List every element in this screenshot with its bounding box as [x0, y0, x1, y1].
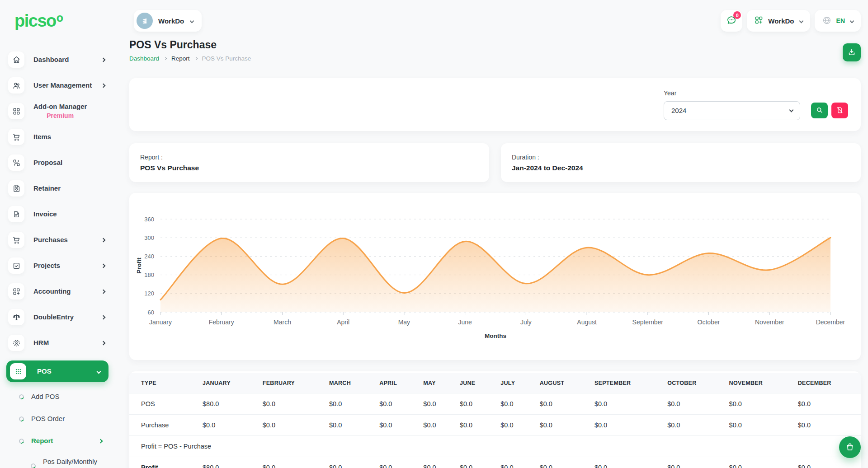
chevron-right-icon: [194, 57, 198, 60]
title-row: POS Vs Purchase Dashboard Report POS Vs …: [129, 39, 861, 62]
table-header-cell: TYPE: [129, 373, 197, 393]
search-button[interactable]: [811, 103, 828, 118]
svg-text:February: February: [209, 318, 234, 326]
workspace-avatar: [137, 13, 153, 29]
sidebar-item-pos[interactable]: POS: [6, 360, 108, 382]
table-header-cell: MARCH: [324, 373, 374, 393]
sidebar-item-invoice[interactable]: Invoice: [8, 206, 108, 222]
svg-text:Months: Months: [485, 332, 506, 339]
sidebar-item-hrm[interactable]: HRM: [8, 335, 108, 351]
breadcrumb-report[interactable]: Report: [171, 55, 190, 62]
reset-filter-button[interactable]: [831, 103, 848, 118]
svg-text:180: 180: [144, 271, 154, 278]
table-header-cell: FEBRUARY: [257, 373, 324, 393]
download-button[interactable]: [843, 43, 861, 61]
projects-icon: [8, 257, 24, 274]
chevron-down-icon: [799, 19, 803, 23]
report-table: TYPEJANUARYFEBRUARYMARCHAPRILMAYJUNEJULY…: [129, 373, 861, 468]
report-card: Report : POS Vs Purchase: [129, 143, 489, 182]
sidebar-menu: DashboardUser ManagementAdd-on ManagerPr…: [8, 51, 118, 382]
sidebar-subitem-pos-daily-monthly-report[interactable]: Pos Daily/Monthly Report: [31, 458, 108, 468]
cell-value: $0.0: [534, 393, 589, 415]
chevron-down-icon: [190, 19, 194, 23]
cell-value: $0.0: [495, 393, 534, 415]
logo: picsoo: [14, 12, 118, 32]
chevron-right-icon: [99, 439, 103, 443]
report-card-label: Report :: [140, 154, 478, 161]
sidebar-item-proposal[interactable]: Proposal: [8, 154, 108, 171]
invoice-icon: [8, 206, 24, 222]
sidebar-subitem-report[interactable]: Report: [19, 435, 108, 446]
table-header-cell: APRIL: [374, 373, 418, 393]
cell-value: $80.0: [197, 393, 257, 415]
chevron-right-icon: [101, 57, 106, 62]
duration-card-label: Duration :: [512, 154, 850, 161]
sidebar-item-add-on-manager[interactable]: Add-on ManagerPremium: [8, 103, 108, 119]
svg-text:120: 120: [144, 290, 154, 297]
pos-grid-icon: [10, 363, 26, 379]
sidebar-item-items[interactable]: Items: [8, 129, 108, 145]
svg-text:January: January: [149, 318, 172, 326]
table-header-cell: JUNE: [454, 373, 495, 393]
sidebar-item-label: Retainer: [33, 184, 61, 193]
sidebar-item-label: DoubleEntry: [33, 313, 74, 322]
sidebar-item-label: Dashboard: [33, 56, 69, 64]
year-select[interactable]: 2024: [664, 101, 800, 120]
chevron-down-icon: [97, 369, 101, 374]
sidebar-subitem-pos-order[interactable]: POS Order: [19, 413, 108, 424]
sidebar-item-retainer[interactable]: Retainer: [8, 180, 108, 197]
table-header-cell: AUGUST: [534, 373, 589, 393]
main-content: WorkDo 0 WorkDo EN: [129, 0, 861, 468]
sidebar-item-label: Proposal: [33, 159, 62, 167]
cell-value: $0.0: [197, 415, 257, 436]
duration-card: Duration : Jan-2024 to Dec-2024: [501, 143, 861, 182]
svg-text:December: December: [816, 318, 845, 326]
sidebar-item-label: User Management: [33, 81, 92, 90]
messages-button[interactable]: 0: [721, 10, 742, 32]
table-note-row: Profit = POS - Purchase: [129, 436, 861, 457]
sidebar-item-accounting[interactable]: Accounting: [8, 283, 108, 300]
row-label: Purchase: [129, 415, 197, 436]
cell-value: $0.0: [454, 415, 495, 436]
language-button[interactable]: EN: [815, 10, 861, 32]
hrm-icon: [8, 335, 24, 351]
svg-text:September: September: [632, 318, 664, 326]
donut-icon: [30, 463, 37, 468]
proposal-icon: [8, 154, 24, 171]
chart-card: 60120180240300360JanuaryFebruaryMarchApr…: [129, 193, 861, 360]
sidebar-item-user-management[interactable]: User Management: [8, 77, 108, 94]
workspace-switcher[interactable]: WorkDo: [134, 10, 202, 32]
sidebar-item-projects[interactable]: Projects: [8, 257, 108, 274]
cell-value: $0.0: [454, 457, 495, 468]
users-icon: [8, 77, 24, 94]
pos-cart-fab[interactable]: [839, 436, 861, 458]
sidebar-subitem-add-pos[interactable]: Add POS: [19, 391, 108, 402]
sidebar-item-purchases[interactable]: Purchases: [8, 232, 108, 248]
sidebar-item-label: HRM: [33, 339, 49, 347]
svg-text:May: May: [398, 318, 410, 326]
apps-menu-button[interactable]: WorkDo: [747, 10, 810, 32]
accounting-icon: [8, 283, 24, 300]
breadcrumb-dashboard[interactable]: Dashboard: [129, 55, 159, 62]
chevron-right-icon: [164, 57, 167, 60]
sidebar-item-label: Purchases: [33, 236, 68, 244]
shopping-bag-icon: [845, 442, 855, 453]
scales-icon: [8, 309, 24, 325]
svg-text:March: March: [274, 318, 291, 326]
sidebar-item-dashboard[interactable]: Dashboard: [8, 51, 108, 68]
profit-area-chart: 60120180240300360JanuaryFebruaryMarchApr…: [129, 193, 861, 360]
addons-icon: [8, 103, 24, 119]
cell-value: $0.0: [495, 415, 534, 436]
cell-value: $0.0: [324, 415, 374, 436]
breadcrumb-current: POS Vs Purchase: [202, 55, 251, 62]
chevron-right-icon: [101, 341, 106, 345]
sidebar-item-doubleentry[interactable]: DoubleEntry: [8, 309, 108, 325]
chevron-right-icon: [101, 315, 106, 319]
sidebar-item-label: Projects: [33, 262, 60, 270]
table-header-row: TYPEJANUARYFEBRUARYMARCHAPRILMAYJUNEJULY…: [129, 373, 861, 393]
cell-value: $0.0: [418, 393, 454, 415]
donut-icon: [18, 393, 25, 400]
cell-value: $0.0: [724, 393, 793, 415]
cell-value: $0.0: [589, 415, 662, 436]
svg-text:August: August: [577, 318, 597, 326]
